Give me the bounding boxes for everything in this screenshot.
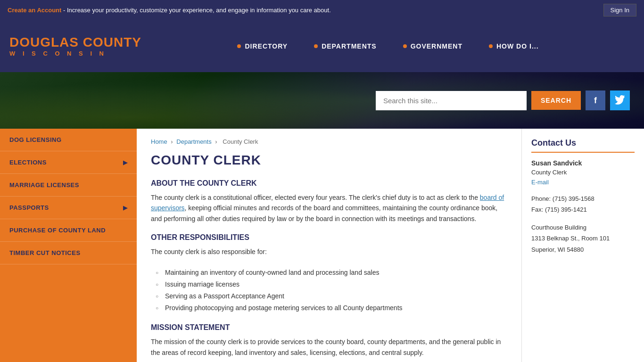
site-header: DOUGLAS COUNTY W I S C O N S I N DIRECTO… (0, 20, 644, 72)
responsibilities-list: Maintaining an inventory of county-owned… (151, 267, 507, 314)
nav-dot (237, 44, 241, 48)
top-bar-tagline: - Increase your productivity, customize … (63, 7, 331, 14)
section1-text: The county clerk is a constitutional off… (151, 192, 507, 224)
sidebar-item-marriage-licenses[interactable]: MARRIAGE LICENSES (0, 174, 137, 197)
contact-address2: 1313 Belknap St., Room 101 (531, 233, 635, 244)
sidebar-item-dog-licensing[interactable]: DOG LICENSING (0, 129, 137, 151)
sidebar-item-passports[interactable]: PASSPORTS ▶ (0, 197, 137, 219)
contact-address: Courthouse Building 1313 Belknap St., Ro… (531, 222, 635, 255)
section3-title: MISSION STATEMENT (151, 323, 507, 332)
sidebar-item-timber-cut-notices[interactable]: TIMBER CUT NOTICES (0, 242, 137, 264)
facebook-button[interactable]: f (586, 90, 605, 110)
nav-item-departments[interactable]: DEPARTMENTS (301, 20, 390, 72)
chevron-right-icon: ▶ (123, 159, 128, 166)
contact-fax: Fax: (715) 395-1421 (531, 204, 635, 215)
nav-dot (489, 44, 493, 48)
section3-text: The mission of the county clerk is to pr… (151, 337, 507, 358)
chevron-right-icon: ▶ (123, 205, 128, 211)
nav-item-directory[interactable]: DIRECTORY (224, 20, 301, 72)
section2-intro: The county clerk is also responsible for… (151, 247, 507, 257)
site-name: DOUGLAS COUNTY (9, 35, 141, 50)
list-item: Serving as a Passport Acceptance Agent (156, 290, 507, 302)
twitter-button[interactable] (610, 90, 630, 110)
breadcrumb-departments[interactable]: Departments (176, 138, 211, 145)
list-item: Issuing marriage licenses (156, 279, 507, 290)
nav-item-how-do-i[interactable]: HOW DO I... (476, 20, 552, 72)
nav-item-government[interactable]: GOVERNMENT (390, 20, 476, 72)
top-bar: Create an Account - Increase your produc… (0, 0, 644, 20)
breadcrumb: Home › Departments › County Clerk (151, 138, 507, 145)
search-input[interactable] (376, 91, 527, 110)
section1-title: ABOUT THE COUNTY CLERK (151, 179, 507, 188)
sidebar-item-purchase-county-land[interactable]: PURCHASE OF COUNTY LAND (0, 219, 137, 242)
site-sub: W I S C O N S I N (9, 50, 141, 57)
contact-email-link[interactable]: E-mail (531, 179, 635, 186)
contact-role: County Clerk (531, 169, 635, 176)
section-about: ABOUT THE COUNTY CLERK The county clerk … (151, 179, 507, 224)
sign-in-button[interactable]: Sign In (603, 4, 636, 16)
section-responsibilities: OTHER RESPONSIBILITIES The county clerk … (151, 233, 507, 314)
create-account-link[interactable]: Create an Account (8, 7, 61, 14)
list-item: Maintaining an inventory of county-owned… (156, 267, 507, 279)
list-item: Providing photocopying and postage meter… (156, 302, 507, 314)
contact-phone: Phone: (715) 395-1568 (531, 193, 635, 204)
section2-title: OTHER RESPONSIBILITIES (151, 233, 507, 242)
contact-panel: Contact Us Susan Sandvick County Clerk E… (521, 129, 644, 362)
logo-area: DOUGLAS COUNTY W I S C O N S I N (9, 35, 141, 57)
breadcrumb-home[interactable]: Home (151, 138, 167, 145)
nav-dot (403, 44, 407, 48)
contact-address1: Courthouse Building (531, 222, 635, 233)
contact-phone-fax: Phone: (715) 395-1568 Fax: (715) 395-142… (531, 193, 635, 215)
contact-name: Susan Sandvick (531, 159, 635, 167)
main-wrapper: DOG LICENSING ELECTIONS ▶ MARRIAGE LICEN… (0, 129, 644, 362)
sidebar-item-elections[interactable]: ELECTIONS ▶ (0, 151, 137, 174)
nav-dot (314, 44, 318, 48)
page-title: COUNTY CLERK (151, 153, 507, 168)
search-button[interactable]: SEARCH (531, 91, 581, 110)
breadcrumb-current: County Clerk (223, 138, 258, 145)
top-bar-message: Create an Account - Increase your produc… (8, 7, 331, 14)
breadcrumb-sep2: › (215, 138, 217, 145)
section-mission: MISSION STATEMENT The mission of the cou… (151, 323, 507, 358)
sidebar: DOG LICENSING ELECTIONS ▶ MARRIAGE LICEN… (0, 129, 137, 362)
contact-address3: Superior, WI 54880 (531, 244, 635, 255)
search-area: SEARCH f (376, 90, 630, 110)
breadcrumb-sep1: › (171, 138, 173, 145)
contact-title: Contact Us (531, 138, 635, 153)
hero-section: SEARCH f (0, 72, 644, 129)
main-nav: DIRECTORY DEPARTMENTS GOVERNMENT HOW DO … (141, 20, 635, 72)
main-content: Home › Departments › County Clerk COUNTY… (137, 129, 521, 362)
